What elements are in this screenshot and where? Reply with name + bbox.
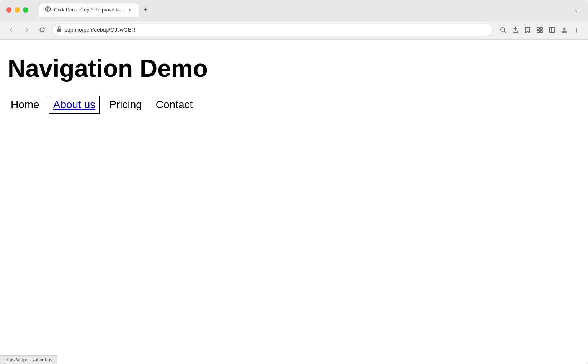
tab-dropdown-button[interactable]: ⌄ — [571, 5, 582, 15]
main-navigation: Home About us Pricing Contact — [8, 97, 580, 112]
more-options-button[interactable] — [571, 24, 582, 35]
url-text: cdpn.io/pen/debug/OJvwGER — [65, 27, 488, 33]
bookmark-button[interactable] — [522, 24, 533, 35]
nav-link-contact[interactable]: Contact — [153, 97, 196, 112]
traffic-lights — [6, 7, 28, 13]
tab-title: CodePen - Step 8: Improve fo... — [54, 7, 124, 13]
reload-button[interactable] — [37, 24, 47, 35]
page-title: Navigation Demo — [8, 55, 580, 82]
maximize-button[interactable] — [23, 7, 28, 13]
svg-rect-10 — [537, 30, 539, 32]
tab-bar: CodePen - Step 8: Improve fo... × + ⌄ — [39, 3, 582, 17]
address-bar[interactable]: cdpn.io/pen/debug/OJvwGER — [52, 24, 493, 36]
close-button[interactable] — [6, 7, 11, 13]
minimize-button[interactable] — [15, 7, 20, 13]
codepen-favicon-icon — [45, 6, 51, 13]
svg-point-14 — [563, 27, 566, 30]
browser-tab[interactable]: CodePen - Step 8: Improve fo... × — [39, 3, 139, 17]
tab-close-button[interactable]: × — [127, 7, 133, 13]
nav-actions — [498, 24, 582, 35]
nav-link-home[interactable]: Home — [8, 97, 42, 112]
svg-rect-9 — [540, 27, 542, 29]
nav-bar: cdpn.io/pen/debug/OJvwGER — [0, 20, 588, 40]
svg-rect-12 — [549, 28, 555, 32]
svg-marker-7 — [525, 27, 530, 33]
search-button[interactable] — [498, 24, 508, 35]
status-bar: https://cdpn.io/about-us — [0, 355, 57, 364]
back-button[interactable] — [6, 24, 17, 35]
svg-point-15 — [576, 27, 577, 28]
svg-rect-11 — [540, 30, 542, 32]
svg-rect-4 — [57, 29, 61, 32]
share-button[interactable] — [510, 24, 521, 35]
nav-link-pricing[interactable]: Pricing — [106, 97, 145, 112]
extensions-button[interactable] — [534, 24, 545, 35]
nav-link-about-us[interactable]: About us — [50, 97, 99, 112]
profile-button[interactable] — [559, 24, 570, 35]
svg-point-16 — [576, 29, 577, 30]
page-content: Navigation Demo Home About us Pricing Co… — [0, 40, 588, 364]
status-url: https://cdpn.io/about-us — [5, 357, 52, 362]
sidebar-toggle-button[interactable] — [547, 24, 557, 35]
new-tab-button[interactable]: + — [140, 5, 151, 15]
lock-icon — [57, 26, 62, 33]
browser-window: CodePen - Step 8: Improve fo... × + ⌄ — [0, 0, 588, 364]
title-bar: CodePen - Step 8: Improve fo... × + ⌄ — [0, 0, 588, 20]
svg-point-17 — [576, 31, 577, 32]
svg-rect-8 — [537, 27, 539, 29]
svg-point-5 — [501, 28, 505, 31]
svg-line-6 — [504, 31, 506, 32]
forward-button[interactable] — [21, 24, 32, 35]
